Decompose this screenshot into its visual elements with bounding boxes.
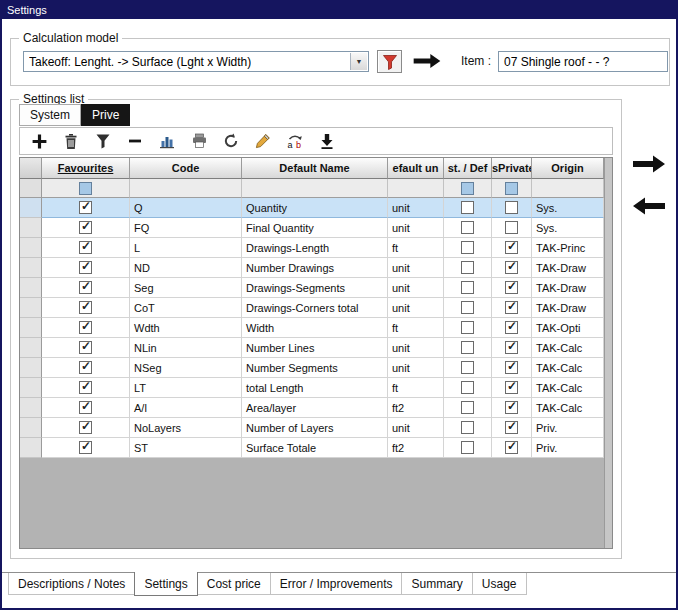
table-row[interactable]: Seg Drawings-Segments unit TAK-Draw	[20, 278, 612, 298]
table-row[interactable]: A/l Area/layer ft2 TAK-Calc	[20, 398, 612, 418]
private-checkbox[interactable]	[505, 241, 518, 254]
tab-cost-price[interactable]: Cost price	[197, 573, 271, 595]
private-checkbox[interactable]	[505, 261, 518, 274]
est-def-checkbox[interactable]	[461, 301, 474, 314]
private-cell	[492, 318, 532, 338]
table-row[interactable]: NSeg Number Segments unit TAK-Calc	[20, 358, 612, 378]
vertical-scrollbar[interactable]	[604, 158, 612, 548]
table-row[interactable]: FQ Final Quantity unit Sys.	[20, 218, 612, 238]
est-def-checkbox[interactable]	[461, 261, 474, 274]
favourite-checkbox[interactable]	[79, 241, 92, 254]
favourite-checkbox[interactable]	[79, 261, 92, 274]
chart-button[interactable]	[156, 130, 178, 152]
table-row[interactable]: NoLayers Number of Layers unit Priv.	[20, 418, 612, 438]
est-def-checkbox[interactable]	[461, 441, 474, 454]
table-row[interactable]: L Drawings-Length ft TAK-Princ	[20, 238, 612, 258]
origin-cell: TAK-Opti	[532, 318, 604, 338]
export-button[interactable]	[316, 130, 338, 152]
tab-usage[interactable]: Usage	[472, 573, 527, 595]
private-checkbox[interactable]	[505, 441, 518, 454]
column-header-favourites[interactable]: Favourites	[42, 158, 130, 179]
tab-summary[interactable]: Summary	[401, 573, 472, 595]
add-button[interactable]	[28, 130, 50, 152]
table-row[interactable]: ND Number Drawings unit TAK-Draw	[20, 258, 612, 278]
est-def-checkbox[interactable]	[461, 281, 474, 294]
private-checkbox[interactable]	[505, 401, 518, 414]
est-def-checkbox[interactable]	[461, 241, 474, 254]
remove-button[interactable]	[124, 130, 146, 152]
move-left-button[interactable]	[631, 194, 667, 222]
private-checkbox[interactable]	[505, 201, 518, 214]
private-checkbox[interactable]	[505, 361, 518, 374]
apply-model-button[interactable]	[412, 50, 442, 76]
favourite-checkbox[interactable]	[79, 321, 92, 334]
table-row[interactable]: NLin Number Lines unit TAK-Calc	[20, 338, 612, 358]
tab-prive[interactable]: Prive	[81, 104, 130, 126]
private-checkbox[interactable]	[505, 421, 518, 434]
tab-system[interactable]: System	[19, 104, 81, 126]
row-indicator-cell	[20, 298, 42, 318]
delete-button[interactable]	[60, 130, 82, 152]
est-def-checkbox[interactable]	[461, 361, 474, 374]
calculation-model-label: Calculation model	[19, 31, 122, 45]
private-checkbox[interactable]	[505, 281, 518, 294]
code-cell: ST	[130, 438, 242, 458]
column-header-code[interactable]: Code	[130, 158, 242, 179]
est-def-checkbox[interactable]	[461, 381, 474, 394]
favourite-checkbox[interactable]	[79, 341, 92, 354]
tab-descriptions-notes[interactable]: Descriptions / Notes	[8, 573, 135, 595]
private-select-all-checkbox[interactable]	[505, 182, 518, 195]
favourites-select-all-checkbox[interactable]	[79, 182, 92, 195]
table-row[interactable]: ST Surface Totale ft2 Priv.	[20, 438, 612, 458]
favourite-checkbox[interactable]	[79, 401, 92, 414]
edit-button[interactable]	[252, 130, 274, 152]
est-def-checkbox[interactable]	[461, 341, 474, 354]
favourite-checkbox[interactable]	[79, 221, 92, 234]
tab-settings[interactable]: Settings	[134, 572, 197, 596]
table-row[interactable]: LT total Length ft TAK-Calc	[20, 378, 612, 398]
favourite-checkbox[interactable]	[79, 201, 92, 214]
est-def-select-all-checkbox[interactable]	[461, 182, 474, 195]
favourite-checkbox[interactable]	[79, 421, 92, 434]
favourite-checkbox[interactable]	[79, 301, 92, 314]
column-header-est-def[interactable]: st. / Def	[444, 158, 492, 179]
table-row[interactable]: Wdth Width ft TAK-Opti	[20, 318, 612, 338]
tab-error-improvements[interactable]: Error / Improvements	[270, 573, 403, 595]
private-checkbox[interactable]	[505, 321, 518, 334]
table-row[interactable]: Q Quantity unit Sys.	[20, 198, 612, 218]
column-header-default-unit[interactable]: efault un	[388, 158, 444, 179]
row-indicator-cell	[20, 358, 42, 378]
column-header-is-private[interactable]: tsPrivate	[492, 158, 532, 179]
private-cell	[492, 338, 532, 358]
calculation-model-group: Calculation model Takeoff: Lenght. -> Su…	[10, 38, 670, 86]
print-button[interactable]	[188, 130, 210, 152]
calculation-model-combo[interactable]: Takeoff: Lenght. -> Surface (Lght x Widt…	[23, 51, 369, 72]
est-def-checkbox[interactable]	[461, 401, 474, 414]
favourite-checkbox[interactable]	[79, 381, 92, 394]
filter-button[interactable]	[377, 50, 402, 73]
private-select-all-cell	[492, 179, 532, 198]
table-row[interactable]: CoT Drawings-Corners total unit TAK-Draw	[20, 298, 612, 318]
favourite-checkbox[interactable]	[79, 441, 92, 454]
refresh-button[interactable]	[220, 130, 242, 152]
est-def-checkbox[interactable]	[461, 321, 474, 334]
private-checkbox[interactable]	[505, 341, 518, 354]
replace-button[interactable]: ab	[284, 130, 306, 152]
favourite-checkbox[interactable]	[79, 361, 92, 374]
filter-grid-button[interactable]	[92, 130, 114, 152]
private-checkbox[interactable]	[505, 381, 518, 394]
item-field[interactable]: 07 Shingle roof - - ?	[498, 51, 668, 72]
est-def-checkbox[interactable]	[461, 201, 474, 214]
est-def-checkbox[interactable]	[461, 221, 474, 234]
favourite-checkbox[interactable]	[79, 281, 92, 294]
window-title: Settings	[7, 4, 47, 16]
column-header-default-name[interactable]: Default Name	[242, 158, 388, 179]
est-def-checkbox[interactable]	[461, 421, 474, 434]
private-checkbox[interactable]	[505, 221, 518, 234]
chevron-down-icon[interactable]: ▼	[350, 53, 367, 70]
column-header-origin[interactable]: Origin	[532, 158, 604, 179]
row-indicator-cell	[20, 398, 42, 418]
private-checkbox[interactable]	[505, 301, 518, 314]
move-right-button[interactable]	[631, 152, 667, 180]
grid-header-row: Favourites Code Default Name efault un s…	[20, 158, 612, 179]
